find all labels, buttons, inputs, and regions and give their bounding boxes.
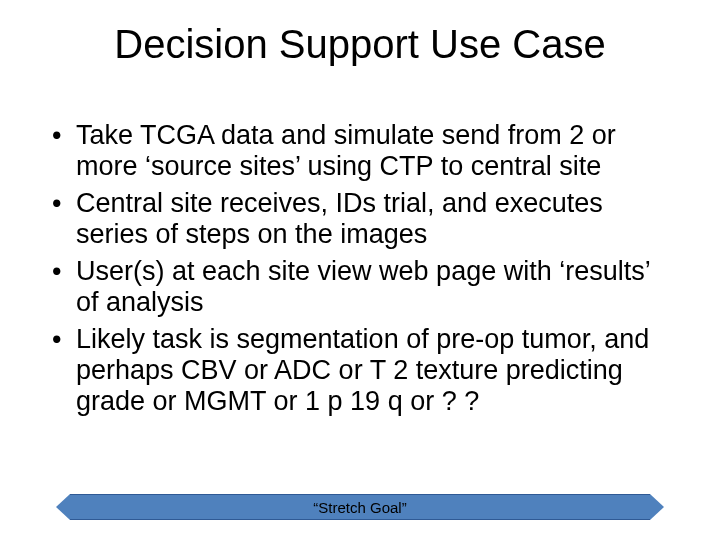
arrow-left-icon (56, 494, 70, 520)
bullet-item: Likely task is segmentation of pre-op tu… (46, 324, 676, 417)
banner-label: “Stretch Goal” (313, 499, 406, 516)
slide-title: Decision Support Use Case (0, 22, 720, 67)
arrow-right-icon (650, 494, 664, 520)
slide-body: Take TCGA data and simulate send from 2 … (46, 120, 676, 423)
bullet-item: User(s) at each site view web page with … (46, 256, 676, 318)
bullet-item: Take TCGA data and simulate send from 2 … (46, 120, 676, 182)
banner-body: “Stretch Goal” (70, 494, 650, 520)
stretch-goal-banner: “Stretch Goal” (56, 494, 664, 520)
slide: Decision Support Use Case Take TCGA data… (0, 0, 720, 540)
bullet-list: Take TCGA data and simulate send from 2 … (46, 120, 676, 417)
bullet-item: Central site receives, IDs trial, and ex… (46, 188, 676, 250)
